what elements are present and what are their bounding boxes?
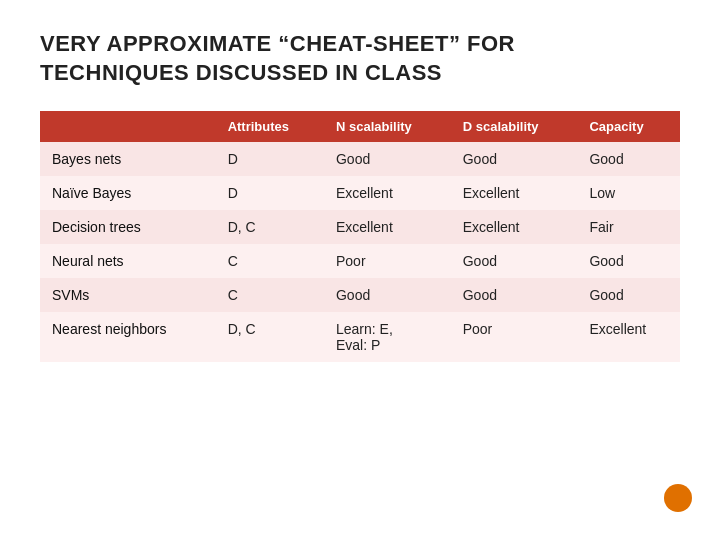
- cell-n-scalability: Poor: [324, 244, 451, 278]
- cell-n-scalability: Excellent: [324, 176, 451, 210]
- cell-attributes: D, C: [216, 312, 324, 362]
- cell-d-scalability: Excellent: [451, 176, 578, 210]
- page: Very approximate “Cheat-Sheet” for techn…: [0, 0, 720, 540]
- cheat-sheet-table: Attributes N scalability D scalability C…: [40, 111, 680, 362]
- cell-capacity: Fair: [577, 210, 680, 244]
- table-row: Decision treesD, CExcellentExcellentFair: [40, 210, 680, 244]
- cell-technique: SVMs: [40, 278, 216, 312]
- cell-technique: Bayes nets: [40, 142, 216, 176]
- cell-capacity: Good: [577, 142, 680, 176]
- cell-attributes: D, C: [216, 210, 324, 244]
- cell-technique: Decision trees: [40, 210, 216, 244]
- title-line2: techniques Discussed in Class: [40, 60, 442, 85]
- cell-n-scalability: Learn: E,Eval: P: [324, 312, 451, 362]
- col-header-d-scalability: D scalability: [451, 111, 578, 142]
- table-row: SVMsCGoodGoodGood: [40, 278, 680, 312]
- col-header-attributes: Attributes: [216, 111, 324, 142]
- cell-capacity: Low: [577, 176, 680, 210]
- cell-d-scalability: Excellent: [451, 210, 578, 244]
- corner-dot: [664, 484, 692, 512]
- cell-attributes: D: [216, 176, 324, 210]
- table-row: Naïve BayesDExcellentExcellentLow: [40, 176, 680, 210]
- page-title: Very approximate “Cheat-Sheet” for techn…: [40, 30, 680, 87]
- cell-attributes: D: [216, 142, 324, 176]
- cell-capacity: Good: [577, 244, 680, 278]
- cell-technique: Neural nets: [40, 244, 216, 278]
- table-row: Bayes netsDGoodGoodGood: [40, 142, 680, 176]
- cell-technique: Naïve Bayes: [40, 176, 216, 210]
- cell-d-scalability: Good: [451, 278, 578, 312]
- cell-n-scalability: Good: [324, 278, 451, 312]
- cell-n-scalability: Excellent: [324, 210, 451, 244]
- cell-technique: Nearest neighbors: [40, 312, 216, 362]
- col-header-n-scalability: N scalability: [324, 111, 451, 142]
- table-header-row: Attributes N scalability D scalability C…: [40, 111, 680, 142]
- table-row: Neural netsCPoorGoodGood: [40, 244, 680, 278]
- col-header-capacity: Capacity: [577, 111, 680, 142]
- cell-d-scalability: Good: [451, 142, 578, 176]
- cell-attributes: C: [216, 278, 324, 312]
- cell-n-scalability: Good: [324, 142, 451, 176]
- table-row: Nearest neighborsD, CLearn: E,Eval: PPoo…: [40, 312, 680, 362]
- cell-d-scalability: Poor: [451, 312, 578, 362]
- cell-capacity: Good: [577, 278, 680, 312]
- cell-d-scalability: Good: [451, 244, 578, 278]
- title-line1: Very approximate “Cheat-Sheet” for: [40, 31, 515, 56]
- col-header-technique: [40, 111, 216, 142]
- cell-attributes: C: [216, 244, 324, 278]
- cell-capacity: Excellent: [577, 312, 680, 362]
